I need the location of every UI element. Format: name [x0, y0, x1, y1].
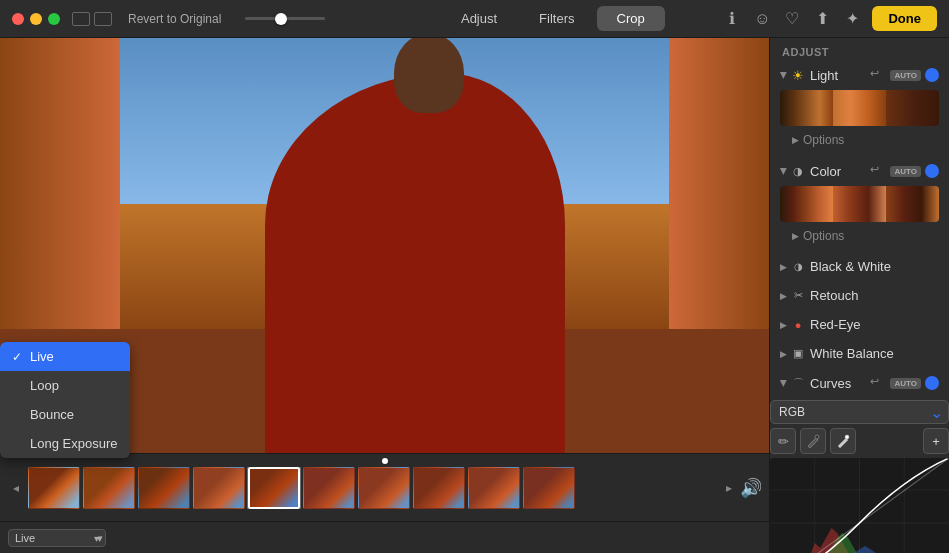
titlebar: Revert to Original Adjust Filters Crop ℹ… [0, 0, 949, 38]
red-eye-section[interactable]: ▶ ● Red-Eye [770, 312, 949, 337]
play-controls: 🔊 [741, 478, 761, 498]
color-section: ▶ ◑ Color ↩ AUTO ▶ Options [770, 158, 949, 250]
dropdown-item-loop[interactable]: Loop [0, 371, 130, 400]
options-label: Options [803, 133, 844, 147]
revert-button[interactable]: Revert to Original [120, 9, 229, 29]
thumb-3[interactable] [138, 467, 190, 509]
curves-section: ▶ ⌒ Curves ↩ AUTO RGB Red Green Blue ⌄ [770, 370, 949, 553]
light-undo-icon[interactable]: ↩ [870, 67, 886, 83]
close-button[interactable] [12, 13, 24, 25]
curves-section-header[interactable]: ▶ ⌒ Curves ↩ AUTO [770, 370, 949, 396]
single-view-icon[interactable] [72, 12, 90, 26]
color-icon: ◑ [791, 164, 805, 178]
filmstrip-left-arrow[interactable]: ◂ [8, 480, 24, 496]
bw-icon: ◑ [791, 260, 805, 274]
light-section: ▶ ☀ Light ↩ AUTO ▶ Options [770, 62, 949, 154]
filmstrip-thumbs [28, 467, 717, 509]
curves-svg [770, 458, 949, 553]
rgb-select-wrapper: RGB Red Green Blue ⌄ [770, 400, 949, 424]
thumb-5[interactable] [248, 467, 300, 509]
bw-label: Black & White [810, 259, 939, 274]
playback-dropdown: ✓ Live Loop Bounce Long Exposure [0, 342, 130, 458]
white-balance-section[interactable]: ▶ ▣ White Balance [770, 341, 949, 366]
curves-auto-badge[interactable]: AUTO [890, 378, 921, 389]
color-auto-badge[interactable]: AUTO [890, 166, 921, 177]
playback-mode-select[interactable]: Live Loop Bounce Long Exposure [8, 529, 106, 547]
check-icon: ✓ [12, 350, 24, 364]
info-button[interactable]: ℹ [722, 9, 742, 29]
light-auto-badge[interactable]: AUTO [890, 70, 921, 81]
wb-chevron-icon: ▶ [780, 349, 787, 359]
svg-point-0 [815, 435, 819, 439]
color-undo-icon[interactable]: ↩ [870, 163, 886, 179]
svg-point-1 [845, 435, 849, 439]
dropdown-item-bounce[interactable]: Bounce [0, 400, 130, 429]
black-white-section[interactable]: ▶ ◑ Black & White [770, 254, 949, 279]
thumb-10[interactable] [523, 467, 575, 509]
person-figure [265, 73, 565, 453]
window-view-icons [72, 12, 112, 26]
light-eyedropper-button[interactable] [830, 428, 856, 454]
light-thumb-strip [780, 90, 939, 126]
color-section-header[interactable]: ▶ ◑ Color ↩ AUTO [770, 158, 949, 184]
minimize-button[interactable] [30, 13, 42, 25]
retouch-icon: ✂ [791, 289, 805, 303]
bw-chevron-icon: ▶ [780, 262, 787, 272]
options-chevron-icon: ▶ [792, 135, 799, 145]
thumb-2[interactable] [83, 467, 135, 509]
color-label: Color [810, 164, 870, 179]
color-actions: ↩ AUTO [870, 163, 939, 179]
color-toggle[interactable] [925, 164, 939, 178]
thumb-8[interactable] [413, 467, 465, 509]
maximize-button[interactable] [48, 13, 60, 25]
light-section-header[interactable]: ▶ ☀ Light ↩ AUTO [770, 62, 949, 88]
wb-icon: ▣ [791, 347, 805, 361]
tab-crop[interactable]: Crop [597, 6, 665, 31]
dropdown-item-live[interactable]: ✓ Live [0, 342, 130, 371]
titlebar-tabs: Adjust Filters Crop [441, 6, 665, 31]
thumb-7[interactable] [358, 467, 410, 509]
share-button[interactable]: ⬆ [812, 9, 832, 29]
redeye-label: Red-Eye [810, 317, 939, 332]
heart-button[interactable]: ♡ [782, 9, 802, 29]
pencil-tool-button[interactable]: ✏ [770, 428, 796, 454]
thumb-6[interactable] [303, 467, 355, 509]
zoom-slider[interactable] [245, 17, 325, 20]
volume-button[interactable]: 🔊 [741, 478, 761, 498]
curves-undo-icon[interactable]: ↩ [870, 375, 886, 391]
light-toggle[interactable] [925, 68, 939, 82]
light-sun-icon: ☀ [791, 68, 805, 82]
person-head [394, 38, 464, 113]
rgb-channel-select[interactable]: RGB Red Green Blue [770, 400, 949, 424]
done-button[interactable]: Done [872, 6, 937, 31]
light-options[interactable]: ▶ Options [770, 130, 949, 150]
thumb-1[interactable] [28, 467, 80, 509]
thumb-9[interactable] [468, 467, 520, 509]
light-chevron-icon: ▶ [779, 72, 789, 79]
curves-icon: ⌒ [791, 376, 805, 390]
retouch-section[interactable]: ▶ ✂ Retouch [770, 283, 949, 308]
curves-toggle[interactable] [925, 376, 939, 390]
right-panel: ADJUST ▶ ☀ Light ↩ AUTO ▶ Optio [769, 38, 949, 553]
magic-button[interactable]: ✦ [842, 9, 862, 29]
titlebar-left: Revert to Original [72, 9, 325, 29]
titlebar-right: ℹ ☺ ♡ ⬆ ✦ Done [722, 6, 937, 31]
color-thumb-strip [780, 186, 939, 222]
tab-filters[interactable]: Filters [519, 6, 594, 31]
filmstrip-right-arrow[interactable]: ▸ [721, 480, 737, 496]
panel-title: ADJUST [770, 38, 949, 62]
filmstrip-bar: ◂ ▸ 🔊 [0, 453, 769, 521]
emoji-button[interactable]: ☺ [752, 9, 772, 29]
dark-eyedropper-button[interactable] [800, 428, 826, 454]
redeye-icon: ● [791, 318, 805, 332]
color-options-label: Options [803, 229, 844, 243]
dropdown-item-long-exposure[interactable]: Long Exposure [0, 429, 130, 458]
thumb-4[interactable] [193, 467, 245, 509]
add-point-button[interactable]: + [923, 428, 949, 454]
light-actions: ↩ AUTO [870, 67, 939, 83]
color-options-chevron: ▶ [792, 231, 799, 241]
tab-adjust[interactable]: Adjust [441, 6, 517, 31]
split-view-icon[interactable] [94, 12, 112, 26]
zoom-thumb[interactable] [275, 13, 287, 25]
color-options[interactable]: ▶ Options [770, 226, 949, 246]
